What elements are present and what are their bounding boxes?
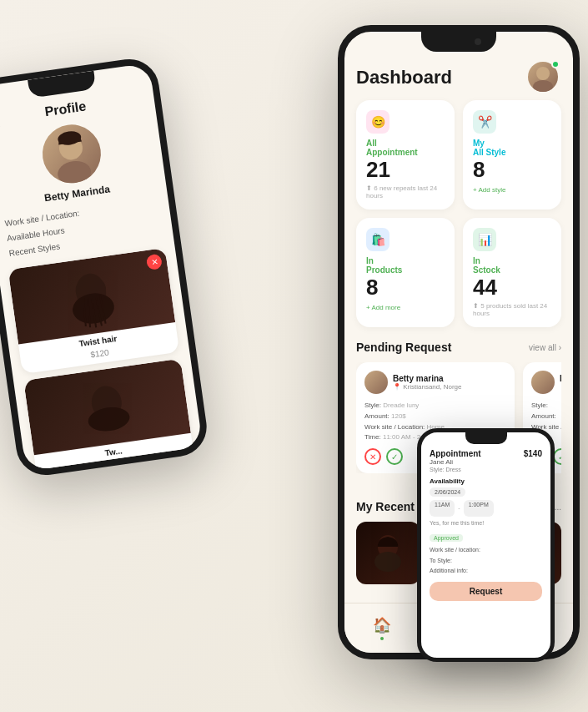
pending-view-all[interactable]: view all ›: [529, 343, 561, 352]
style-label: My: [473, 139, 551, 148]
person-location-1: 📍 Kristiansand, Norge: [393, 383, 461, 391]
time-row: 11AM - 1:00PM: [430, 500, 542, 517]
style-icon: ✂️: [473, 110, 496, 134]
card-header-3: 🛍️: [366, 228, 445, 251]
additional-field: Additional info:: [430, 566, 542, 577]
card-my-style[interactable]: ✂️ My All Style 8 + Add style: [463, 100, 561, 210]
avail-status: Approved: [430, 534, 463, 542]
svg-point-15: [374, 552, 401, 572]
style-action[interactable]: + Add style: [473, 186, 551, 194]
person-avatar-1: [364, 371, 388, 394]
request-amount-label: Amount: 120$: [364, 412, 506, 422]
card-all-appointment[interactable]: 😊 All Appointment 21 ⬆ 6 new repeats las…: [356, 100, 455, 210]
date-row: 2/06/2024: [430, 487, 542, 497]
right-phone-notch: [421, 32, 496, 52]
appointment-fields: Work site / location: To Style: Addition…: [430, 545, 542, 577]
request-style-label-2: Style:: [531, 401, 561, 412]
pending-title: Pending Request: [356, 341, 451, 354]
home-icon: 🏠: [373, 616, 391, 634]
request-amount-label-2: Amount:: [531, 412, 561, 422]
products-action[interactable]: + Add more: [366, 304, 445, 311]
card-header-1: 😊: [366, 110, 445, 134]
tostyle-field: To Style:: [430, 556, 542, 567]
worksite-field: Work site / location:: [430, 545, 542, 556]
small-phone-notch: [465, 432, 507, 444]
request-style-label: Style: Dreade luny: [364, 401, 506, 412]
appointment-price: $140: [524, 449, 542, 458]
person-name-2: Betty: [560, 374, 561, 383]
appointment-icon: 😊: [366, 110, 389, 134]
card-products[interactable]: 🛍️ In Products 8 + Add more: [356, 218, 455, 327]
style-value: 8: [473, 157, 551, 183]
stock-label2: Sctock: [473, 265, 551, 275]
avail-label: Yes, for me this time!: [430, 520, 542, 526]
products-label: In: [366, 256, 445, 265]
availability-section-title: Availability: [430, 477, 542, 485]
appointment-value: 21: [366, 157, 445, 183]
appointment-title: Appointment Jane Ali Style: Dress: [430, 449, 481, 472]
products-label2: Products: [366, 265, 445, 275]
svg-point-1: [56, 159, 93, 186]
nav-home[interactable]: 🏠: [373, 616, 391, 640]
pending-section-header: Pending Request view all ›: [356, 341, 561, 354]
recent-item-1[interactable]: [356, 522, 420, 584]
card-header-2: ✂️: [473, 110, 551, 134]
time-to-button[interactable]: 1:00PM: [464, 500, 494, 517]
stock-label: In: [473, 256, 551, 265]
accept-button-1[interactable]: ✓: [386, 448, 403, 465]
svg-point-13: [533, 80, 553, 92]
profile-avatar: [38, 121, 104, 187]
appointment-content: Appointment Jane Ali Style: Dress $140 A…: [421, 444, 550, 606]
online-indicator: [551, 60, 560, 68]
action-buttons-1: ✕ ✓: [364, 448, 403, 465]
stock-sub: ⬆ 5 products sold last 24 hours: [473, 302, 551, 317]
home-nav-dot: [380, 637, 384, 640]
style-label2: All Style: [473, 148, 551, 157]
time-from-button[interactable]: 11AM: [430, 500, 455, 517]
svg-point-12: [536, 67, 550, 80]
person-location-2: 📍 Rm...: [560, 383, 561, 391]
appointment-sub: ⬆ 6 new repeats last 24 hours: [366, 184, 445, 199]
appointment-header: Appointment Jane Ali Style: Dress $140: [430, 449, 542, 472]
reject-button-1[interactable]: ✕: [364, 448, 381, 465]
request-button[interactable]: Request: [430, 582, 542, 601]
request-person-2: Betty 📍 Rm...: [531, 371, 561, 394]
person-avatar-2: [531, 371, 555, 394]
appointment-label2: Appointment: [366, 148, 445, 157]
stock-icon: 📊: [473, 228, 496, 251]
date-button[interactable]: 2/06/2024: [430, 487, 465, 497]
card-stock[interactable]: 📊 In Sctock 44 ⬆ 5 products sold last 24…: [463, 218, 561, 327]
appointment-label: All: [366, 139, 445, 148]
request-person-1: Betty marina 📍 Kristiansand, Norge: [364, 371, 506, 394]
dashboard-cards-grid: 😊 All Appointment 21 ⬆ 6 new repeats las…: [356, 100, 561, 327]
card-header-4: 📊: [473, 228, 551, 251]
appointment-phone: Appointment Jane Ali Style: Dress $140 A…: [417, 428, 555, 662]
style-card-1[interactable]: ✕ Twist hair $120: [8, 248, 180, 374]
person-name-1: Betty marina: [393, 374, 461, 383]
products-icon: 🛍️: [366, 228, 389, 251]
stock-value: 44: [473, 275, 551, 300]
profile-title: Profile: [0, 91, 145, 128]
products-value: 8: [366, 275, 445, 300]
